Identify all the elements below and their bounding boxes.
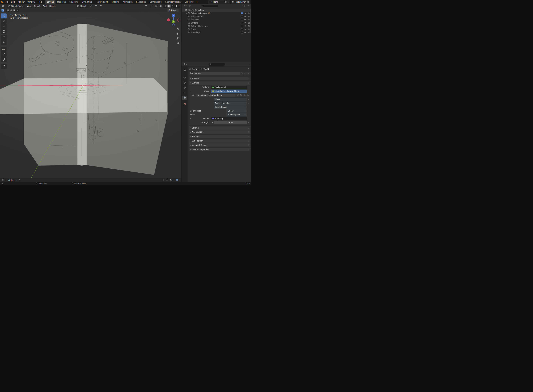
properties-tab-texture[interactable] [182,103,187,106]
decorator-dot-icon[interactable] [248,99,249,100]
collection-label[interactable]: Schaft Unten [191,15,203,18]
strength-slider[interactable]: 1.000 [214,121,247,124]
breadcrumb-world[interactable]: World [203,68,209,70]
surface-shader-field[interactable]: Background [211,86,247,89]
new-world-button[interactable] [243,72,247,75]
panel-volume[interactable]: ▸ Volume ⣿ [189,126,250,130]
cursor-tool[interactable] [1,19,7,24]
camera-icon[interactable] [248,12,250,15]
xray-toggle[interactable] [159,4,163,8]
world-name-field[interactable]: World [194,72,240,75]
tab-rendering[interactable]: Rendering [134,0,148,4]
panel-custom-properties[interactable]: ▸ Custom Properties ⣿ [189,148,250,151]
overlap-mode-dropdown[interactable]: ▾ [169,178,174,182]
projection-dropdown[interactable]: Equirectangular ▾ [214,102,247,105]
transform-orientation-dropdown[interactable]: Global ▾ [76,4,88,8]
gizmo-y-ball[interactable]: Y [172,20,175,23]
pivot-point-dropdown[interactable]: ▾ [89,4,94,8]
panel-surface[interactable]: ▾ Surface ⣿ [189,81,250,85]
properties-tab-tool[interactable] [182,69,187,73]
source-dropdown[interactable]: Single Image ▾ [214,105,247,109]
shading-solid-button[interactable] [167,5,171,8]
select-mode-new-icon[interactable] [1,9,4,12]
snap-toggle[interactable]: ▾ [94,4,99,8]
pin-icon[interactable] [18,179,20,182]
camera-icon[interactable] [248,28,250,31]
add-cube-tool[interactable] [1,64,7,69]
show-gizmo-dropdown[interactable]: ▾ [149,4,154,8]
collection-label[interactable]: Propeller [191,19,199,21]
viewport-canvas[interactable]: G H D E C B U I [0,12,181,178]
shading-material-button[interactable] [171,5,175,8]
panel-preview[interactable]: ▸ Preview ⣿ [189,77,250,80]
exclude-checkbox[interactable] [241,25,243,27]
properties-tab-render[interactable] [182,76,187,80]
box-select-tool[interactable] [1,14,7,19]
disclosure-icon[interactable]: ▾ [189,90,192,92]
tab-uv-editing[interactable]: UV Editing [80,0,94,4]
eye-icon[interactable] [244,22,246,24]
breadcrumb-scene[interactable]: Scene [192,68,198,70]
collection-label[interactable]: Cutters [191,22,198,24]
collection-label[interactable]: Motorkopf [191,31,200,34]
gizmo-neg-z-ball[interactable] [172,23,175,26]
disclosure-icon[interactable]: ▾ [183,9,185,11]
tab-animation[interactable]: Animation [121,0,134,4]
scene-selector[interactable]: ▾ Scene × [208,0,230,4]
outliner-row-referenceimages[interactable]: ▸ Referenceimages 3 [182,12,251,15]
disclosure-icon[interactable]: ▸ [185,13,187,14]
panel-viewport-display[interactable]: ▸ Viewport Display ⣿ [189,143,250,147]
move-tool[interactable] [1,24,7,29]
camera-icon[interactable] [248,19,250,21]
pin-icon[interactable] [247,68,250,70]
panel-grip-icon[interactable]: ⣿ [248,82,249,84]
outliner-search-input[interactable] [205,5,217,7]
interpolation-dropdown[interactable]: Linear ▾ [214,98,247,101]
scale-tool[interactable] [1,35,7,40]
3d-viewport[interactable]: G H D E C B U I [0,12,181,178]
tab-geometry-nodes[interactable]: Geometry Nodes [163,0,183,4]
horizontal-image-plane[interactable] [0,78,167,114]
cad-sketcher-tool[interactable]: CAD [1,47,7,51]
browse-world-button[interactable]: ▾ [189,72,194,75]
properties-editor-type-button[interactable]: ▾ [183,63,188,66]
eye-icon[interactable] [244,15,246,18]
panel-grip-icon[interactable]: ⣿ [248,144,249,146]
outliner-scrollbar[interactable] [250,9,251,33]
image-open-button[interactable] [243,93,246,97]
vector-input-field[interactable]: Mapping [211,117,247,120]
proportional-editing-toggle[interactable]: ▾ [99,4,104,8]
orthographic-toggle-icon[interactable] [177,42,179,44]
collection-label[interactable]: Pinne [191,28,196,30]
decorator-dot-icon[interactable] [248,122,249,123]
exclude-checkbox[interactable] [241,12,243,14]
camera-icon[interactable] [248,25,250,28]
outliner-row-motorkopf[interactable]: Motorkopf [182,31,251,34]
camera-view-icon[interactable] [177,37,179,39]
image-fake-user-button[interactable] [236,93,239,97]
menu-file[interactable]: File [4,0,10,4]
navigation-gizmo[interactable]: Z X Y [167,14,180,26]
outliner-row-cutters[interactable]: Cutters [182,21,251,24]
tool-options-dropdown[interactable]: Options ▾ [167,9,179,12]
camera-icon[interactable] [248,15,250,18]
disclosure-icon[interactable]: ▸ [189,118,192,119]
blender-logo-icon[interactable] [1,0,4,4]
annotate-tool[interactable] [1,52,7,57]
object-visibility-dropdown[interactable]: ▾ [144,4,149,8]
zoom-view-icon[interactable] [177,28,179,30]
collection-label[interactable]: Scene Collection [189,9,204,11]
new-collection-icon[interactable] [248,5,250,7]
select-mode-extend-icon[interactable] [6,9,9,12]
tab-scripting[interactable]: Scripting [183,0,195,4]
panel-grip-icon[interactable]: ⣿ [248,149,249,150]
outliner-row-propeller[interactable]: Propeller [182,18,251,21]
select-mode-intersect-icon[interactable] [16,9,19,12]
chevron-down-icon[interactable]: ▾ [250,64,250,65]
gizmo-x-ball[interactable]: X [167,19,170,22]
display-mode-icon[interactable] [189,5,191,7]
transform-tool[interactable] [1,40,7,45]
eye-icon[interactable] [244,19,246,21]
camera-icon[interactable] [248,31,250,34]
add-workspace-button[interactable]: + [195,0,199,4]
